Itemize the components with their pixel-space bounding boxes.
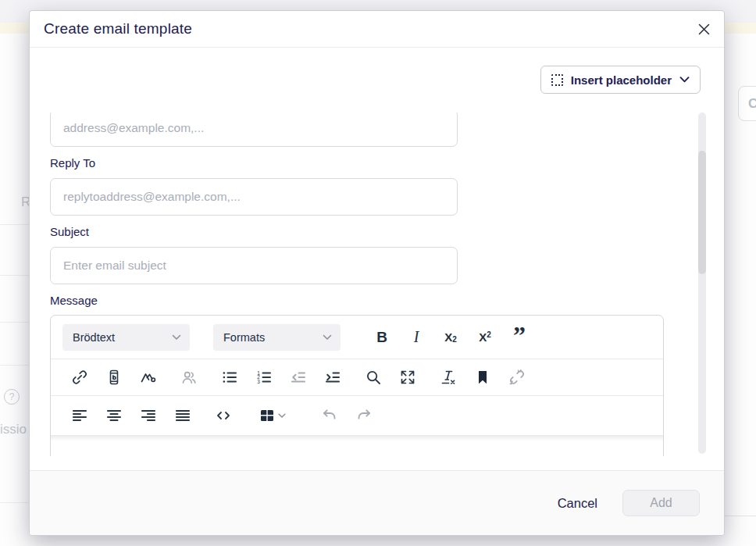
cancel-button[interactable]: Cancel — [558, 496, 597, 511]
anchor-button[interactable] — [473, 366, 492, 389]
divider — [725, 516, 756, 516]
table-button[interactable] — [255, 402, 289, 429]
undo-button[interactable] — [320, 404, 339, 427]
unlink-button[interactable] — [508, 366, 526, 389]
bold-button[interactable]: B — [367, 324, 397, 351]
divider — [0, 275, 29, 276]
divider — [0, 224, 29, 225]
background-permission-text: issio — [0, 422, 27, 437]
form: Reply To Subject Message Brödtext — [30, 112, 717, 456]
bullet-list-button[interactable] — [220, 366, 239, 389]
code-icon — [214, 406, 233, 425]
code-button[interactable] — [214, 404, 233, 427]
message-rich-text-editor: Brödtext Formats B — [50, 315, 664, 456]
people-button[interactable] — [180, 366, 198, 389]
close-icon — [697, 23, 711, 36]
subscript-button[interactable]: X2 — [436, 324, 465, 351]
indent-button[interactable] — [323, 366, 342, 389]
message-label: Message — [50, 294, 717, 308]
unlink-icon — [508, 368, 526, 387]
reply-to-label: Reply To — [50, 156, 717, 170]
subject-input[interactable] — [50, 247, 458, 284]
clear-formatting-button[interactable] — [439, 366, 458, 389]
formats-value: Formats — [223, 331, 265, 344]
numbered-list-icon: 123 — [255, 368, 273, 387]
editor-content-area[interactable] — [51, 441, 663, 456]
anchor-bookmark-icon — [473, 368, 492, 387]
svg-text:3: 3 — [257, 379, 260, 384]
numbered-list-button[interactable]: 123 — [255, 366, 273, 389]
editor-toolbar-row-1: Brödtext Formats B — [51, 316, 663, 359]
outdent-icon — [289, 368, 308, 387]
bullet-list-icon — [220, 368, 239, 387]
align-justify-button[interactable] — [173, 404, 192, 427]
toolbar-shadow — [51, 436, 663, 441]
divider — [0, 365, 29, 366]
insert-placeholder-label: Insert placeholder — [571, 73, 672, 87]
reply-to-input[interactable] — [50, 178, 458, 216]
help-icon: ? — [4, 389, 20, 405]
align-justify-icon — [173, 406, 192, 425]
italic-icon: I — [414, 328, 419, 346]
search-button[interactable] — [364, 366, 383, 389]
dialog-scroll-area: Reply To Subject Message Brödtext — [30, 112, 717, 456]
bold-icon: B — [376, 329, 387, 346]
mobile-content-icon — [105, 368, 123, 387]
redo-icon — [355, 406, 373, 425]
outdent-button[interactable] — [289, 366, 308, 389]
fullscreen-icon — [398, 368, 417, 387]
link-icon — [70, 368, 89, 387]
dialog-scrollbar-track[interactable] — [698, 112, 706, 454]
subject-label: Subject — [50, 225, 717, 239]
subscript-icon: X2 — [444, 330, 457, 344]
create-email-template-dialog: Create email template Insert placeholder… — [29, 10, 725, 536]
align-left-icon — [70, 406, 89, 425]
search-icon — [364, 368, 383, 387]
close-button[interactable] — [696, 21, 711, 37]
align-center-icon — [105, 406, 123, 425]
fullscreen-button[interactable] — [398, 366, 417, 389]
dialog-header: Create email template — [30, 11, 724, 48]
blockquote-button[interactable]: ” — [505, 324, 534, 351]
formats-select[interactable]: Formats — [213, 324, 341, 351]
table-icon — [258, 406, 276, 425]
chevron-down-icon — [323, 334, 332, 341]
background-partial-button: C — [738, 86, 756, 121]
insert-placeholder-button[interactable]: Insert placeholder — [540, 66, 701, 94]
dialog-scrollbar-thumb[interactable] — [698, 151, 706, 274]
dotted-square-icon — [551, 74, 563, 86]
divider — [0, 322, 29, 323]
superscript-button[interactable]: X2 — [470, 324, 500, 351]
redo-button[interactable] — [355, 404, 373, 427]
divider — [0, 502, 29, 503]
people-icon — [180, 368, 198, 387]
superscript-icon: X2 — [479, 330, 491, 344]
block-format-value: Brödtext — [73, 331, 115, 344]
insert-image-button[interactable] — [139, 366, 158, 389]
italic-button[interactable]: I — [401, 324, 431, 351]
chevron-down-icon — [172, 334, 181, 341]
undo-icon — [320, 406, 339, 425]
chevron-down-icon — [679, 77, 690, 83]
align-right-icon — [139, 406, 158, 425]
insert-image-icon — [139, 368, 158, 387]
dialog-footer: Cancel Add — [30, 470, 724, 535]
add-button[interactable]: Add — [622, 490, 700, 516]
align-left-button[interactable] — [70, 404, 89, 427]
clear-formatting-icon — [439, 368, 458, 387]
align-right-button[interactable] — [139, 404, 158, 427]
editor-toolbar-row-3 — [51, 396, 663, 435]
chevron-down-icon — [278, 413, 286, 419]
editor-toolbar-row-2: 123 — [51, 359, 663, 395]
screen: revie will R ? issio C Create email temp… — [0, 0, 756, 546]
blockquote-icon: ” — [513, 331, 526, 344]
indent-icon — [323, 368, 342, 387]
mobile-content-button[interactable] — [105, 366, 123, 389]
align-center-button[interactable] — [105, 404, 123, 427]
send-to-input[interactable] — [50, 112, 458, 147]
dialog-title: Create email template — [44, 20, 192, 37]
link-button[interactable] — [70, 366, 89, 389]
block-format-select[interactable]: Brödtext — [62, 324, 190, 351]
